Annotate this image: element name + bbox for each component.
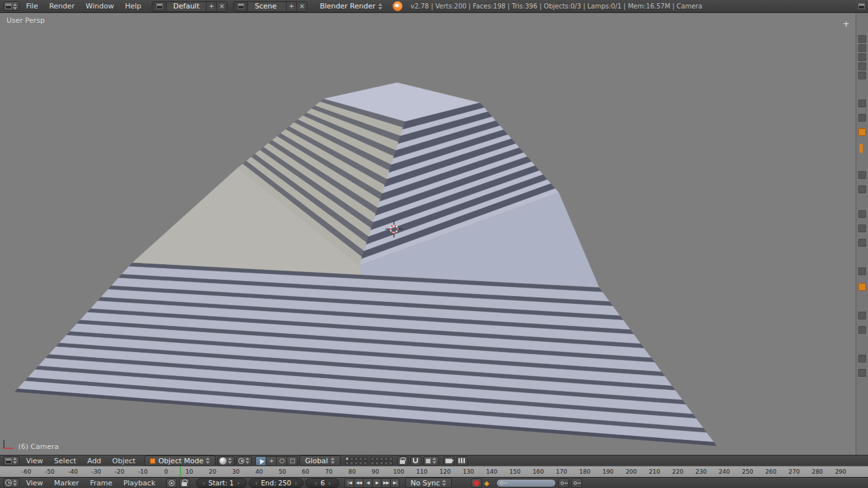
- editor-type-button[interactable]: [3, 1, 20, 11]
- properties-tab-icon[interactable]: [858, 239, 866, 247]
- properties-tab-icon[interactable]: [858, 355, 866, 362]
- properties-tab-icon[interactable]: [858, 35, 866, 43]
- properties-tab-icon[interactable]: [858, 72, 866, 79]
- mode-select[interactable]: Object Mode: [145, 455, 216, 466]
- properties-tab-icon[interactable]: [858, 114, 866, 122]
- layer-toggle[interactable]: [354, 461, 358, 465]
- play-reverse-button[interactable]: ◀: [363, 478, 372, 488]
- properties-tab-icon[interactable]: [860, 144, 863, 153]
- window-corner-icon[interactable]: [858, 3, 865, 9]
- timeline-ruler[interactable]: -60-50-40-30-20-100102030405060708090100…: [0, 466, 868, 477]
- browse-scene-button[interactable]: [234, 2, 248, 11]
- properties-tab-icon[interactable]: [858, 326, 866, 334]
- layer-toggle[interactable]: [375, 461, 379, 465]
- viewport-shading-select[interactable]: [217, 456, 234, 466]
- region-expand-button[interactable]: +: [843, 19, 850, 29]
- active-keying-set-field[interactable]: [496, 479, 556, 487]
- play-button[interactable]: ▶: [372, 478, 382, 488]
- layer-toggle[interactable]: [359, 461, 363, 465]
- transform-orientation-select[interactable]: Global: [300, 455, 340, 466]
- editor-type-button[interactable]: [3, 478, 20, 488]
- scene-name[interactable]: Scene: [248, 2, 286, 11]
- scale-manipulator-button[interactable]: □: [287, 456, 298, 466]
- menu-window[interactable]: Window: [81, 2, 119, 10]
- properties-tab-icon[interactable]: [858, 224, 866, 232]
- delete-keyframe-button[interactable]: [571, 478, 582, 488]
- properties-tab-icon[interactable]: [858, 53, 866, 61]
- add-scene-button[interactable]: +: [286, 2, 296, 11]
- layer-toggle[interactable]: [380, 461, 384, 465]
- editor-type-button[interactable]: [3, 456, 20, 466]
- pivot-point-select[interactable]: [236, 456, 252, 466]
- layer-toggle[interactable]: [384, 461, 388, 465]
- layout-name[interactable]: Default: [167, 2, 206, 11]
- browse-layout-button[interactable]: [152, 2, 167, 11]
- properties-tab-icon[interactable]: [858, 312, 866, 319]
- properties-tab-icon[interactable]: [858, 283, 866, 291]
- snap-toggle-button[interactable]: [410, 456, 421, 466]
- properties-tab-icon[interactable]: [858, 100, 866, 107]
- layer-toggle[interactable]: [345, 461, 349, 465]
- insert-keyframe-button[interactable]: [558, 478, 569, 488]
- rotate-manipulator-button[interactable]: ○: [276, 456, 287, 466]
- layer-toggle[interactable]: [371, 457, 374, 461]
- menu-help[interactable]: Help: [120, 2, 146, 10]
- layer-toggle[interactable]: [350, 457, 354, 461]
- properties-tab-icon[interactable]: [858, 267, 866, 275]
- lock-to-scene-button[interactable]: [397, 456, 408, 466]
- layer-toggle[interactable]: [354, 457, 358, 461]
- opengl-render-anim-button[interactable]: [456, 456, 468, 466]
- jump-to-end-button[interactable]: ▶|: [390, 478, 400, 488]
- use-preview-range-toggle[interactable]: [166, 478, 177, 488]
- jump-to-start-button[interactable]: |◀: [344, 478, 354, 488]
- menu-add[interactable]: Add: [83, 457, 105, 465]
- layer-toggle[interactable]: [363, 461, 367, 465]
- properties-tab-icon[interactable]: [858, 369, 866, 377]
- translate-manipulator-button[interactable]: +: [266, 456, 277, 466]
- render-engine-select[interactable]: Blender Render: [315, 1, 387, 12]
- opengl-render-button[interactable]: [443, 456, 455, 466]
- sync-mode-select[interactable]: No Sync: [405, 478, 452, 488]
- properties-tab-icon[interactable]: [858, 171, 866, 179]
- record-button[interactable]: [471, 478, 482, 488]
- properties-tab-icon[interactable]: [858, 210, 866, 218]
- menu-object[interactable]: Object: [107, 457, 140, 465]
- layer-toggle[interactable]: [380, 457, 384, 461]
- layer-toggle[interactable]: [389, 457, 393, 461]
- end-frame-field[interactable]: End: 250: [249, 478, 304, 488]
- close-layout-button[interactable]: ×: [216, 2, 227, 11]
- layer-toggle[interactable]: [359, 457, 363, 461]
- prev-keyframe-button[interactable]: ◀◀: [354, 478, 363, 488]
- menu-view[interactable]: View: [21, 457, 48, 465]
- layer-toggle[interactable]: [350, 461, 354, 465]
- properties-tab-icon[interactable]: [858, 128, 866, 136]
- layer-toggle[interactable]: [384, 457, 388, 461]
- properties-tab-icon[interactable]: [858, 44, 866, 52]
- current-frame-field[interactable]: 6: [305, 478, 339, 488]
- manipulator-toggle-button[interactable]: [255, 456, 266, 466]
- layer-toggle[interactable]: [345, 457, 349, 461]
- menu-playback[interactable]: Playback: [119, 479, 160, 487]
- menu-select[interactable]: Select: [49, 457, 81, 465]
- layer-toggle[interactable]: [371, 461, 374, 465]
- viewport-3d[interactable]: User Persp (6) Camera +: [0, 13, 868, 455]
- layer-toggle[interactable]: [389, 461, 393, 465]
- properties-tab-icon[interactable]: [858, 62, 866, 70]
- properties-tab-icon[interactable]: [858, 185, 866, 193]
- menu-file[interactable]: File: [21, 2, 42, 10]
- close-scene-button[interactable]: ×: [296, 2, 307, 11]
- add-layout-button[interactable]: +: [206, 2, 216, 11]
- menu-render[interactable]: Render: [44, 2, 79, 10]
- next-keyframe-button[interactable]: ▶▶: [381, 478, 391, 488]
- collapsed-properties-strip[interactable]: [856, 13, 868, 455]
- layer-toggle[interactable]: [363, 457, 367, 461]
- current-frame-marker[interactable]: [180, 467, 181, 477]
- lock-time-toggle[interactable]: [179, 478, 190, 488]
- keyframe-diamond-icon[interactable]: ◆: [484, 480, 489, 487]
- layer-toggle[interactable]: [375, 457, 379, 461]
- menu-frame[interactable]: Frame: [85, 479, 117, 487]
- menu-marker[interactable]: Marker: [49, 479, 83, 487]
- menu-view[interactable]: View: [21, 479, 48, 487]
- snap-target-select[interactable]: [423, 456, 439, 466]
- start-frame-field[interactable]: Start: 1: [196, 478, 247, 488]
